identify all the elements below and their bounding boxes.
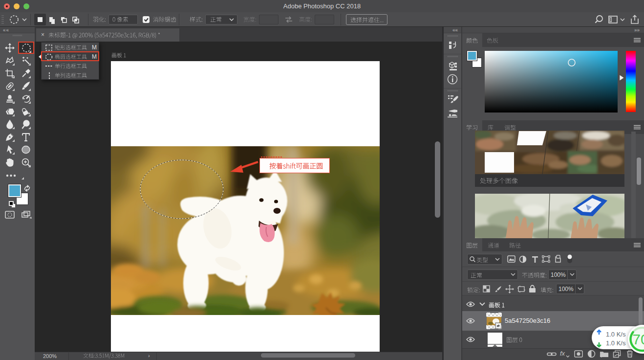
svg-text:70: 70: [632, 331, 644, 347]
